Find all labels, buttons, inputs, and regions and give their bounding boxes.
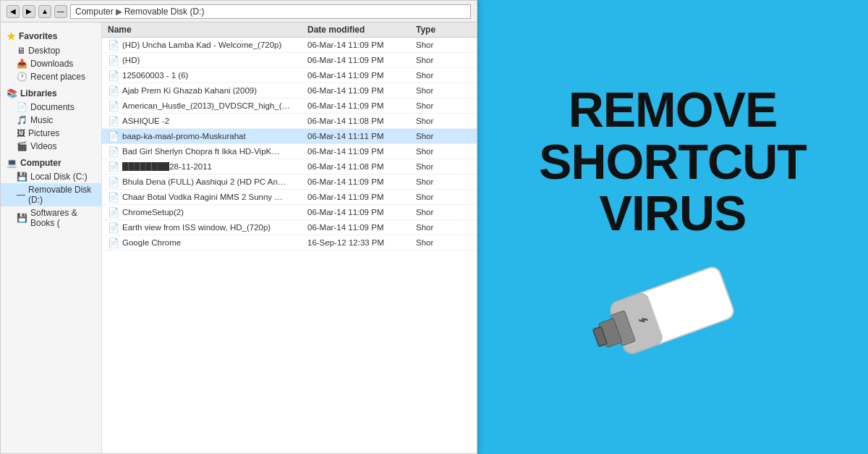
file-date-cell: 06-Mar-14 11:11 PM — [305, 132, 413, 140]
up-button[interactable]: ▲ — [38, 5, 51, 18]
table-row[interactable]: 📄████████28-11-201106-Mar-14 11:08 PMSho… — [102, 159, 477, 175]
file-type-cell: Shor — [413, 41, 456, 49]
local-disk-icon: 💾 — [17, 172, 27, 182]
file-type-cell: Shor — [413, 147, 456, 156]
table-row[interactable]: 📄(HD) Uncha Lamba Kad - Welcome_(720p)06… — [102, 38, 477, 53]
file-date-cell: 06-Mar-14 11:09 PM — [305, 41, 413, 49]
usb-drive-illustration: ⌁ — [571, 254, 774, 370]
table-row[interactable]: 📄Bad Girl Sherlyn Chopra ft Ikka HD-VipK… — [102, 144, 477, 159]
star-icon: ★ — [7, 30, 16, 42]
sidebar-item-documents[interactable]: 📄 Documents — [1, 101, 101, 114]
sidebar-item-videos[interactable]: 🎬 Videos — [1, 140, 101, 153]
sidebar-item-recent[interactable]: 🕐 Recent places — [1, 70, 101, 83]
file-type-cell: Shor — [413, 177, 456, 186]
table-row[interactable]: 📄American_Hustle_(2013)_DVDSCR_high_(…06… — [102, 98, 477, 114]
file-date-cell: 06-Mar-14 11:08 PM — [305, 117, 413, 125]
library-icon: 📚 — [7, 88, 17, 98]
file-name-cell: 📄American_Hustle_(2013)_DVDSCR_high_(… — [102, 100, 305, 112]
file-icon: 📄 — [108, 115, 119, 127]
removable-disk-icon: — — [17, 190, 25, 200]
desktop-icon: 🖥 — [17, 46, 25, 56]
explorer-window: ◀ ▶ ▲ — Computer ▶ Removable Disk (D:) ★… — [0, 0, 477, 454]
column-date[interactable]: Date modified — [305, 25, 413, 35]
table-row[interactable]: 📄Earth view from ISS window, HD_(720p)06… — [102, 220, 477, 235]
file-icon: 📄 — [108, 206, 119, 218]
headline-line1: REMOVE — [539, 84, 807, 135]
file-name-cell: 📄Chaar Botal Vodka Ragini MMS 2 Sunny … — [102, 191, 305, 203]
sidebar-item-music[interactable]: 🎵 Music — [1, 114, 101, 127]
sidebar-section-computer: 💻 Computer 💾 Local Disk (C:) — Removable… — [1, 156, 101, 230]
table-row[interactable]: 📄125060003 - 1 (6)06-Mar-14 11:09 PMShor — [102, 68, 477, 83]
sidebar-section-favorites: ★ Favorites 🖥 Desktop 📥 Downloads 🕐 Rece… — [1, 28, 101, 83]
file-icon: 📄 — [108, 54, 119, 66]
file-name-cell: 📄Ajab Prem Ki Ghazab Kahani (2009) — [102, 85, 305, 96]
table-row[interactable]: 📄Chaar Botal Vodka Ragini MMS 2 Sunny …0… — [102, 190, 477, 205]
forward-button[interactable]: ▶ — [22, 5, 35, 18]
file-type-cell: Shor — [413, 162, 456, 171]
file-icon: 📄 — [108, 100, 119, 112]
computer-icon: 💻 — [7, 158, 17, 168]
file-name-cell: 📄ASHIQUE -2 — [102, 115, 305, 127]
file-icon: 📄 — [108, 222, 119, 233]
file-name-cell: 📄(HD) Uncha Lamba Kad - Welcome_(720p) — [102, 39, 305, 51]
file-name-cell: 📄baap-ka-maal-promo-Muskurahat — [102, 130, 305, 142]
address-path[interactable]: Computer ▶ Removable Disk (D:) — [70, 4, 471, 19]
file-date-cell: 06-Mar-14 11:09 PM — [305, 208, 413, 217]
table-row[interactable]: 📄ASHIQUE -206-Mar-14 11:08 PMShor — [102, 114, 477, 129]
file-icon: 📄 — [108, 176, 119, 188]
headline-line2: SHORTCUT — [539, 136, 807, 188]
column-type[interactable]: Type — [413, 25, 456, 35]
back-button[interactable]: ◀ — [7, 5, 20, 18]
file-icon: 📄 — [108, 161, 119, 172]
table-row[interactable]: 📄ChromeSetup(2)06-Mar-14 11:09 PMShor — [102, 205, 477, 220]
file-date-cell: 06-Mar-14 11:09 PM — [305, 101, 413, 110]
file-icon: 📄 — [108, 146, 119, 157]
file-rows-container: 📄(HD) Uncha Lamba Kad - Welcome_(720p)06… — [102, 38, 477, 251]
file-type-cell: Shor — [413, 208, 456, 217]
pictures-icon: 🖼 — [17, 128, 25, 138]
file-date-cell: 06-Mar-14 11:09 PM — [305, 177, 413, 186]
file-name-cell: 📄(HD) — [102, 54, 305, 66]
main-area: ★ Favorites 🖥 Desktop 📥 Downloads 🕐 Rece… — [1, 22, 477, 453]
downloads-icon: 📥 — [17, 59, 27, 69]
file-name-cell: 📄Bhula Dena (FULL) Aashiqui 2 (HD PC An… — [102, 176, 305, 188]
file-type-cell: Shor — [413, 223, 456, 232]
file-date-cell: 06-Mar-14 11:09 PM — [305, 147, 413, 156]
sidebar-libraries-header[interactable]: 📚 Libraries — [1, 86, 101, 101]
headline-remove: REMOVE SHORTCUT VIRUS — [539, 84, 807, 239]
file-date-cell: 06-Mar-14 11:09 PM — [305, 71, 413, 80]
column-name[interactable]: Name — [102, 25, 305, 35]
sidebar-item-removable-disk[interactable]: — Removable Disk (D:) — [1, 183, 101, 206]
sidebar-section-libraries: 📚 Libraries 📄 Documents 🎵 Music 🖼 Pictur… — [1, 86, 101, 153]
table-row[interactable]: 📄Bhula Dena (FULL) Aashiqui 2 (HD PC An…… — [102, 175, 477, 190]
path-computer: Computer — [75, 7, 114, 17]
file-icon: 📄 — [108, 130, 119, 142]
sidebar-computer-header[interactable]: 💻 Computer — [1, 156, 101, 170]
sidebar-item-softwares[interactable]: 💾 Softwares & Books ( — [1, 206, 101, 230]
documents-icon: 📄 — [17, 102, 27, 112]
file-type-cell: Shor — [413, 238, 456, 247]
file-list: Name Date modified Type 📄(HD) Uncha Lamb… — [102, 22, 477, 453]
file-type-cell: Shor — [413, 117, 456, 125]
home-button[interactable]: — — [54, 5, 67, 18]
music-icon: 🎵 — [17, 115, 27, 125]
sidebar-item-pictures[interactable]: 🖼 Pictures — [1, 127, 101, 140]
sidebar-favorites-header[interactable]: ★ Favorites — [1, 28, 101, 44]
table-row[interactable]: 📄Ajab Prem Ki Ghazab Kahani (2009)06-Mar… — [102, 83, 477, 98]
table-row[interactable]: 📄(HD)06-Mar-14 11:09 PMShor — [102, 53, 477, 68]
file-type-cell: Shor — [413, 101, 456, 110]
file-type-cell: Shor — [413, 86, 456, 95]
sidebar-item-local-disk[interactable]: 💾 Local Disk (C:) — [1, 170, 101, 183]
file-name-cell: 📄ChromeSetup(2) — [102, 206, 305, 218]
file-name-cell: 📄████████28-11-2011 — [102, 161, 305, 172]
file-type-cell: Shor — [413, 56, 456, 64]
address-bar: ◀ ▶ ▲ — Computer ▶ Removable Disk (D:) — [1, 1, 477, 22]
file-date-cell: 06-Mar-14 11:09 PM — [305, 56, 413, 64]
file-icon: 📄 — [108, 85, 119, 96]
table-row[interactable]: 📄baap-ka-maal-promo-Muskurahat06-Mar-14 … — [102, 129, 477, 144]
file-name-cell: 📄Google Chrome — [102, 237, 305, 248]
file-icon: 📄 — [108, 237, 119, 248]
sidebar-item-desktop[interactable]: 🖥 Desktop — [1, 44, 101, 57]
sidebar-item-downloads[interactable]: 📥 Downloads — [1, 57, 101, 70]
table-row[interactable]: 📄Google Chrome16-Sep-12 12:33 PMShor — [102, 235, 477, 251]
